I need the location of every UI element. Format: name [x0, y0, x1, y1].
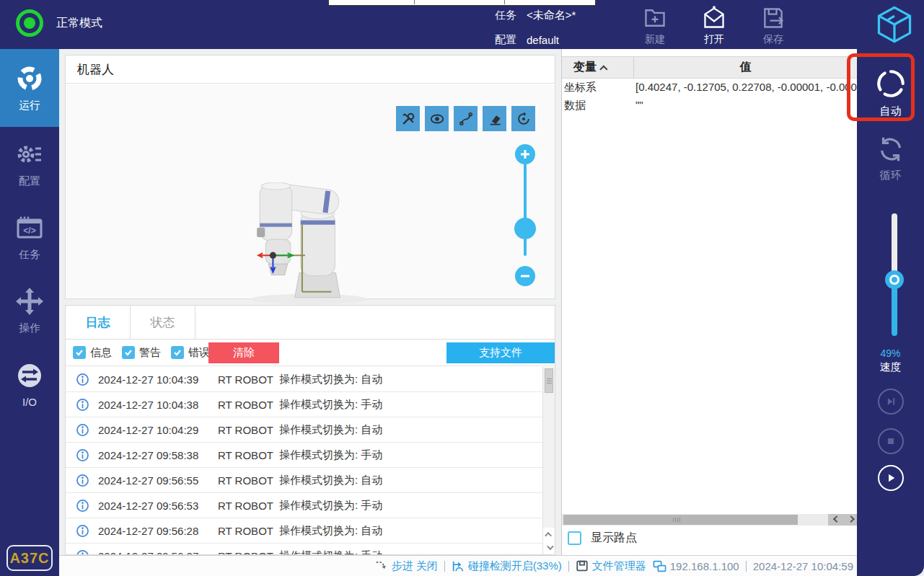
open-button[interactable]: 打开: [694, 6, 734, 46]
horizontal-scrollbar[interactable]: [562, 514, 857, 526]
robot-panel: 机器人: [65, 55, 555, 299]
support-file-button[interactable]: 支持文件: [446, 342, 555, 363]
ip-address: 192.168.1.100: [670, 560, 739, 572]
eraser-icon: [487, 111, 503, 127]
tools-icon-button[interactable]: [396, 106, 420, 131]
zoom-control: [505, 142, 545, 286]
chevron-down-icon: [547, 543, 554, 550]
log-entry: 2024-12-27 10:04:38 RT ROBOT 操作模式切换为: 手动: [66, 392, 542, 417]
trajectory-icon-button[interactable]: [454, 106, 478, 131]
log-entry: 2024-12-27 09:56:53 RT ROBOT 操作模式切换为: 手动: [66, 493, 542, 518]
scroll-down-button[interactable]: [543, 541, 555, 554]
play-button[interactable]: [878, 465, 904, 491]
variable-row: 坐标系 [0.40247, -0.12705, 0.22708, -0.0000…: [562, 81, 857, 99]
tab-status[interactable]: 状态: [131, 306, 195, 339]
task-value[interactable]: <未命名>*: [527, 9, 576, 22]
variable-name: 数据: [562, 99, 635, 117]
step-forward-button[interactable]: [878, 389, 904, 415]
robot-3d-viewport[interactable]: [66, 84, 554, 298]
rotate-view-icon: [516, 111, 532, 127]
file-manager-label: 文件管理器: [592, 559, 646, 573]
horizontal-scrollbar-thumb[interactable]: [563, 515, 798, 525]
info-icon: [76, 398, 89, 412]
filter-error[interactable]: 错误: [171, 346, 210, 360]
new-folder-icon: [643, 6, 667, 30]
visibility-icon: [429, 111, 445, 127]
rotate-view-icon-button[interactable]: [511, 106, 535, 131]
log-filters: 信息 警告 错误 清除 支持文件: [66, 340, 555, 366]
status-ring-icon: [16, 9, 43, 37]
save-button[interactable]: 保存: [753, 6, 793, 46]
filter-warning-label: 警告: [139, 346, 161, 360]
speed-slider-handle[interactable]: [885, 270, 904, 289]
visibility-icon-button[interactable]: [425, 106, 449, 131]
clear-button[interactable]: 清除: [208, 342, 279, 363]
collision-detection-toggle[interactable]: 碰撞检测开启(33%): [452, 559, 562, 573]
info-icon: [76, 423, 89, 437]
auto-mode-button[interactable]: 自动: [857, 67, 924, 118]
separator: [746, 561, 747, 572]
config-value[interactable]: default: [527, 34, 559, 46]
log-source: RT ROBOT: [218, 424, 279, 436]
log-entry: 2024-12-27 10:04:29 RT ROBOT 操作模式切换为: 自动: [66, 417, 542, 443]
info-icon: [76, 373, 89, 386]
collapse-caret-icon: [599, 65, 607, 73]
log-message: 操作模式切换为: 自动: [279, 524, 542, 538]
log-time: 2024-12-27 10:04:38: [98, 399, 218, 411]
sidebar-item-io[interactable]: I/O: [0, 347, 59, 421]
filter-info[interactable]: 信息: [73, 346, 112, 360]
stop-button[interactable]: [878, 428, 904, 454]
scroll-up-button[interactable]: [543, 528, 555, 541]
sidebar-item-run[interactable]: 运行: [0, 49, 59, 127]
zoom-in-button[interactable]: [515, 144, 535, 164]
log-message: 操作模式切换为: 自动: [279, 423, 542, 437]
sidebar-item-label: 配置: [19, 174, 40, 188]
io-arrows-icon: [15, 361, 44, 390]
network-address: 192.168.1.100: [653, 560, 739, 572]
info-icon: [76, 549, 89, 556]
zoom-out-button[interactable]: [515, 266, 535, 286]
tools-icon: [400, 111, 416, 127]
log-message: 操作模式切换为: 手动: [279, 398, 542, 412]
step-mode-toggle[interactable]: 步进 关闭: [375, 559, 438, 573]
show-waypoints-checkbox[interactable]: [568, 531, 581, 545]
sidebar-item-task[interactable]: </> 任务: [0, 200, 59, 274]
sidebar-item-operate[interactable]: 操作: [0, 274, 59, 347]
log-scrollbar-thumb[interactable]: [545, 368, 553, 393]
loop-button[interactable]: 循环: [857, 134, 924, 182]
step-mode-label: 步进 关闭: [392, 559, 438, 573]
step-arrow-icon: [375, 559, 388, 572]
save-icon: [761, 6, 786, 30]
log-time: 2024-12-27 09:56:27: [98, 550, 218, 556]
sidebar-item-config[interactable]: 配置: [0, 127, 59, 200]
log-scrollbar[interactable]: [542, 367, 555, 528]
separator: [444, 561, 445, 572]
robot-model-badge[interactable]: A37C: [6, 545, 53, 571]
value-column-header: 值: [634, 57, 857, 78]
config-label: 配置: [495, 33, 516, 47]
tab-log[interactable]: 日志: [66, 306, 131, 339]
auto-swirl-icon: [874, 67, 907, 100]
scroll-left-button[interactable]: [828, 514, 842, 526]
checkbox-checked-icon: [73, 346, 86, 359]
eraser-icon-button[interactable]: [483, 106, 506, 131]
variables-column-header[interactable]: 变量: [562, 57, 634, 78]
log-message: 操作模式切换为: 自动: [279, 373, 542, 386]
datetime: 2024-12-27 10:04:59: [753, 560, 853, 572]
zoom-slider-handle[interactable]: [514, 218, 536, 239]
show-waypoints-label: 显示路点: [591, 531, 637, 546]
log-panel: 日志 状态 信息 警告 错误 清除 支持文件 2024-12-27 10:04:…: [65, 305, 555, 555]
scroll-right-button[interactable]: [842, 514, 857, 526]
variable-value: "": [635, 99, 857, 117]
info-icon: [76, 448, 89, 462]
log-entry: 2024-12-27 09:56:28 RT ROBOT 操作模式切换为: 自动: [66, 518, 542, 544]
filter-warning[interactable]: 警告: [122, 346, 161, 360]
speed-slider[interactable]: [892, 213, 897, 336]
speed-label: 速度: [857, 360, 924, 374]
log-time: 2024-12-27 09:56:55: [98, 474, 218, 487]
sidebar-item-label: I/O: [22, 396, 37, 408]
filter-info-label: 信息: [90, 346, 112, 360]
file-manager-button[interactable]: 文件管理器: [576, 559, 646, 573]
log-time: 2024-12-27 09:58:38: [98, 449, 218, 461]
new-button[interactable]: 新建: [635, 6, 675, 46]
